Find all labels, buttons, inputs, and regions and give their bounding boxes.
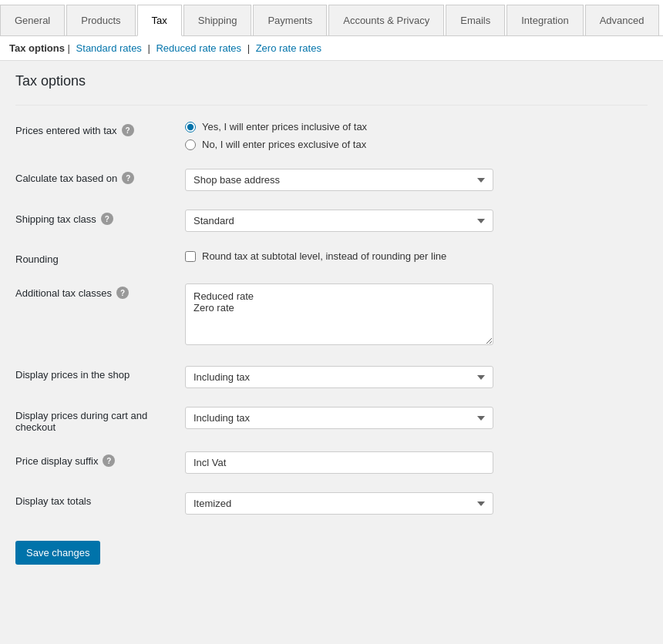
prices-entered-with-tax-field: Yes, I will enter prices inclusive of ta… [185, 121, 509, 150]
calculate-tax-row: Calculate tax based on ? Shop base addre… [15, 169, 648, 191]
radio-inclusive-label: Yes, I will enter prices inclusive of ta… [202, 121, 367, 132]
page-content: Tax options Prices entered with tax ? Ye… [0, 61, 663, 577]
radio-exclusive[interactable]: No, I will enter prices exclusive of tax [185, 139, 509, 150]
shipping-tax-class-label: Shipping tax class ? [15, 210, 185, 225]
subnav-link-standard-rates[interactable]: Standard rates [76, 42, 142, 54]
display-prices-cart-row: Display prices during cart and checkout … [15, 407, 648, 433]
tab-tax[interactable]: Tax [137, 5, 182, 36]
display-prices-shop-field: Including taxExcluding tax [185, 366, 509, 388]
display-tax-totals-label: Display tax totals [15, 492, 185, 507]
shipping-tax-class-select[interactable]: StandardReduced rateZero rate [185, 210, 493, 232]
additional-tax-classes-label: Additional tax classes ? [15, 283, 185, 299]
tab-accounts-privacy[interactable]: Accounts & Privacy [328, 5, 444, 35]
subnav-link-reduced-rate-rates[interactable]: Reduced rate rates [156, 42, 241, 54]
tabs-bar: GeneralProductsTaxShippingPaymentsAccoun… [0, 0, 663, 36]
rounding-field: Round tax at subtotal level, instead of … [185, 250, 509, 262]
divider [15, 105, 648, 106]
price-display-suffix-row: Price display suffix ? [15, 451, 648, 474]
calculate-tax-field: Shop base addressCustomer billing addres… [185, 169, 509, 191]
prices-entered-with-tax-row: Prices entered with tax ? Yes, I will en… [15, 121, 648, 150]
display-prices-cart-label: Display prices during cart and checkout [15, 407, 185, 433]
subnav-current: Tax options [9, 42, 65, 54]
display-prices-shop-label: Display prices in the shop [15, 366, 185, 381]
calculate-tax-select[interactable]: Shop base addressCustomer billing addres… [185, 169, 493, 191]
tab-advanced[interactable]: Advanced [585, 5, 659, 35]
rounding-row: Rounding Round tax at subtotal level, in… [15, 250, 648, 265]
price-suffix-help-icon[interactable]: ? [103, 454, 115, 467]
display-tax-totals-select[interactable]: ItemizedAs a single total [185, 492, 493, 515]
sub-nav: Tax options | Standard rates | Reduced r… [0, 36, 663, 61]
tab-shipping[interactable]: Shipping [183, 5, 252, 35]
rounding-checkbox-label: Round tax at subtotal level, instead of … [202, 250, 446, 262]
display-prices-shop-row: Display prices in the shop Including tax… [15, 366, 648, 388]
subnav-link-zero-rate-rates[interactable]: Zero rate rates [256, 42, 321, 54]
radio-exclusive-input[interactable] [185, 139, 196, 150]
radio-exclusive-label: No, I will enter prices exclusive of tax [202, 139, 366, 150]
calculate-tax-help-icon[interactable]: ? [122, 172, 134, 184]
calculate-tax-label: Calculate tax based on ? [15, 169, 185, 184]
price-display-suffix-label: Price display suffix ? [15, 451, 185, 467]
tab-general[interactable]: General [0, 5, 65, 35]
additional-tax-classes-row: Additional tax classes ? Reduced rate Ze… [15, 283, 648, 347]
save-button-container: Save changes [15, 533, 648, 565]
tab-payments[interactable]: Payments [253, 5, 327, 35]
prices-entered-with-tax-label: Prices entered with tax ? [15, 121, 185, 136]
display-tax-totals-field: ItemizedAs a single total [185, 492, 509, 515]
shipping-tax-class-field: StandardReduced rateZero rate [185, 210, 509, 232]
price-display-suffix-input[interactable] [185, 451, 493, 474]
additional-tax-classes-textarea[interactable]: Reduced rate Zero rate [185, 283, 493, 345]
rounding-checkbox-option[interactable]: Round tax at subtotal level, instead of … [185, 250, 509, 262]
shipping-tax-class-row: Shipping tax class ? StandardReduced rat… [15, 210, 648, 232]
display-prices-shop-select[interactable]: Including taxExcluding tax [185, 366, 493, 388]
shipping-tax-help-icon[interactable]: ? [101, 213, 113, 225]
tab-emails[interactable]: Emails [446, 5, 505, 35]
additional-tax-help-icon[interactable]: ? [116, 287, 129, 299]
rounding-label: Rounding [15, 250, 185, 265]
display-prices-cart-select[interactable]: Including taxExcluding tax [185, 407, 493, 429]
radio-inclusive-input[interactable] [185, 122, 196, 132]
prices-tax-radio-group: Yes, I will enter prices inclusive of ta… [185, 121, 509, 150]
page-title: Tax options [15, 73, 648, 89]
prices-tax-help-icon[interactable]: ? [122, 124, 134, 136]
tab-integration[interactable]: Integration [507, 5, 583, 35]
display-prices-cart-field: Including taxExcluding tax [185, 407, 509, 429]
save-button[interactable]: Save changes [15, 541, 100, 565]
tab-products[interactable]: Products [66, 5, 135, 35]
display-tax-totals-row: Display tax totals ItemizedAs a single t… [15, 492, 648, 515]
rounding-checkbox[interactable] [185, 251, 196, 262]
additional-tax-classes-field: Reduced rate Zero rate [185, 283, 509, 347]
price-display-suffix-field [185, 451, 509, 474]
radio-inclusive[interactable]: Yes, I will enter prices inclusive of ta… [185, 121, 509, 132]
